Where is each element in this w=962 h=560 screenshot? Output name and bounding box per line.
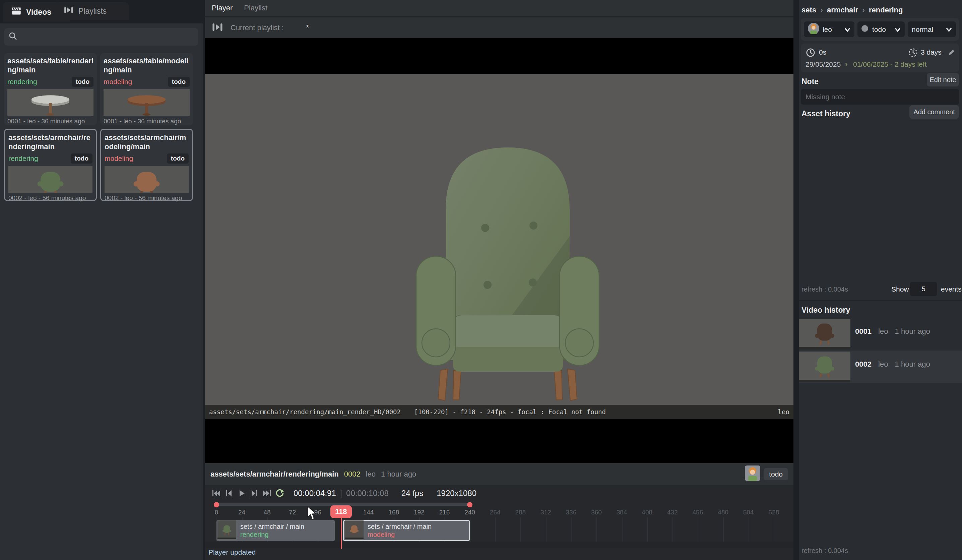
status-dot-icon: [862, 25, 868, 34]
clip-thumbnail: [218, 520, 236, 541]
range-handle-end[interactable]: [467, 502, 473, 507]
task-selects-box: leo todo normal: [801, 18, 959, 41]
chevron-down-icon: [895, 26, 901, 34]
breadcrumb-rendering[interactable]: rendering: [869, 6, 903, 15]
timeline-tick: 24: [232, 507, 252, 518]
frame-badge[interactable]: 118: [330, 505, 352, 518]
timeline-tick: 432: [662, 507, 683, 518]
card-footer: 0001 - leo - 36 minutes ago: [7, 118, 94, 125]
task-details-panel: sets › armchair › rendering leo todo nor…: [799, 0, 962, 560]
video-history-label: Video history: [802, 306, 850, 315]
card-title: assets/sets/table/rendering/main: [7, 56, 94, 75]
timeline-tick: 216: [434, 507, 454, 518]
timeline-tick: 48: [257, 507, 277, 518]
card-title: assets/sets/table/modeling/main: [103, 56, 190, 75]
timeline-ruler[interactable]: 0244872961441681922162402642883123363603…: [205, 507, 793, 518]
note-section-label: Note: [802, 77, 818, 86]
history-age: 1 hour ago: [895, 360, 930, 368]
edit-estimation-pencil-icon[interactable]: [947, 48, 956, 58]
burnin-path: assets/sets/armchair/rendering/main_rend…: [209, 408, 414, 416]
player-status-message: Player updated: [208, 548, 256, 556]
playhead[interactable]: [341, 518, 342, 549]
asset-history-label: Asset history: [802, 109, 851, 118]
date-separator-icon: ›: [845, 60, 847, 69]
sidebar-tab-playlists[interactable]: Playlists: [55, 2, 129, 20]
video-frame: assets/sets/armchair/rendering/main_rend…: [205, 74, 793, 419]
priority-select[interactable]: normal: [908, 21, 956, 37]
history-thumbnail: [799, 319, 851, 349]
events-count-input[interactable]: 5: [910, 282, 937, 296]
burnin-author: leo: [778, 408, 789, 416]
asset-card[interactable]: assets/sets/armchair/modeling/main model…: [100, 129, 193, 201]
clapperboard-icon: [11, 6, 21, 18]
timeline-clip-rendering[interactable]: sets / armchair / main rendering: [216, 520, 335, 541]
status-badge: todo: [763, 468, 788, 480]
history-author: leo: [878, 327, 888, 336]
timeline-tick: 240: [460, 507, 480, 518]
timeline-tick: 408: [637, 507, 657, 518]
timeline-tick: 456: [688, 507, 708, 518]
armchair-render: [399, 126, 617, 404]
timeline-clip-modeling[interactable]: sets / armchair / main modeling: [343, 520, 470, 541]
timeline-tick: 312: [536, 507, 556, 518]
asset-card[interactable]: assets/sets/armchair/rendering/main rend…: [4, 129, 97, 201]
asset-card[interactable]: assets/sets/table/rendering/main renderi…: [4, 53, 97, 125]
search-input[interactable]: [4, 28, 199, 45]
player-bottom-section: 00:00:04:91 | 00:00:10:08 24 fps 1920x10…: [205, 485, 793, 560]
add-comment-button[interactable]: Add comment: [909, 105, 959, 119]
current-playlist-value: *: [306, 23, 309, 32]
status-select[interactable]: todo: [857, 21, 905, 37]
mouse-cursor: [307, 506, 318, 521]
clip-title: sets / armchair / main: [368, 523, 432, 531]
current-age: 1 hour ago: [381, 470, 416, 479]
card-footer: 0002 - leo - 56 minutes ago: [8, 194, 92, 202]
assignee-select[interactable]: leo: [804, 21, 854, 37]
timeline-tick: 0: [207, 507, 226, 518]
video-history-item[interactable]: 0002 leo 1 hour ago: [799, 350, 962, 383]
timeline-tick: 336: [561, 507, 581, 518]
asset-card[interactable]: assets/sets/table/modeling/main modeling…: [100, 53, 193, 125]
player-info-bar: assets/sets/armchair/rendering/main 0002…: [205, 463, 793, 485]
card-footer: 0002 - leo - 56 minutes ago: [105, 194, 189, 202]
card-thumbnail-armchair-model: [105, 166, 189, 193]
current-entity-path: assets/sets/armchair/rendering/main: [210, 470, 339, 479]
video-history-item[interactable]: 0001 leo 1 hour ago: [799, 318, 962, 350]
history-age: 1 hour ago: [895, 327, 930, 336]
note-field[interactable]: Missing note: [801, 89, 959, 105]
timeline-tick: 504: [739, 507, 759, 518]
timeline-tick: 360: [586, 507, 607, 518]
current-playlist-row: Current playlist : *: [205, 18, 793, 38]
clip-task: modeling: [368, 531, 432, 539]
breadcrumb-armchair[interactable]: armchair: [827, 6, 858, 15]
tab-player[interactable]: Player: [212, 4, 232, 12]
timeline-tick: 288: [510, 507, 530, 518]
status-badge: todo: [167, 153, 189, 163]
video-viewer[interactable]: assets/sets/armchair/rendering/main_rend…: [205, 38, 793, 463]
history-thumbnail: [799, 352, 851, 382]
timeline-tick: 384: [612, 507, 632, 518]
timeline-tick: 144: [358, 507, 379, 518]
search-icon: [8, 31, 18, 42]
assignee-value: leo: [823, 26, 832, 34]
timeline-tick: 528: [763, 507, 784, 518]
edit-note-button[interactable]: Edit note: [927, 73, 959, 87]
card-title: assets/sets/armchair/modeling/main: [105, 133, 189, 152]
history-version: 0001: [855, 327, 872, 336]
tab-playlist[interactable]: Playlist: [244, 4, 267, 12]
current-author: leo: [366, 470, 376, 479]
sidebar-panel: assets/sets/table/rendering/main renderi…: [0, 23, 203, 560]
range-handle-start[interactable]: [214, 502, 219, 507]
clock-icon: [805, 48, 815, 59]
status-badge: todo: [71, 153, 92, 163]
refresh-label: refresh : 0.004s: [802, 286, 848, 293]
timeline-tick: 264: [485, 507, 505, 518]
chevron-right-icon: ›: [816, 5, 827, 15]
card-thumbnail-table-render: [7, 89, 94, 116]
current-playlist-icon: [212, 22, 223, 34]
estimation: 3 days: [921, 48, 941, 56]
breadcrumb-sets[interactable]: sets: [802, 6, 816, 15]
history-author: leo: [878, 360, 888, 368]
start-date: 29/05/2025: [805, 60, 841, 68]
task-dates-box: 0s 3 days 29/05/2025 › 01/06/2025 - 2 da…: [801, 44, 959, 73]
task-type-label: modeling: [105, 155, 133, 163]
